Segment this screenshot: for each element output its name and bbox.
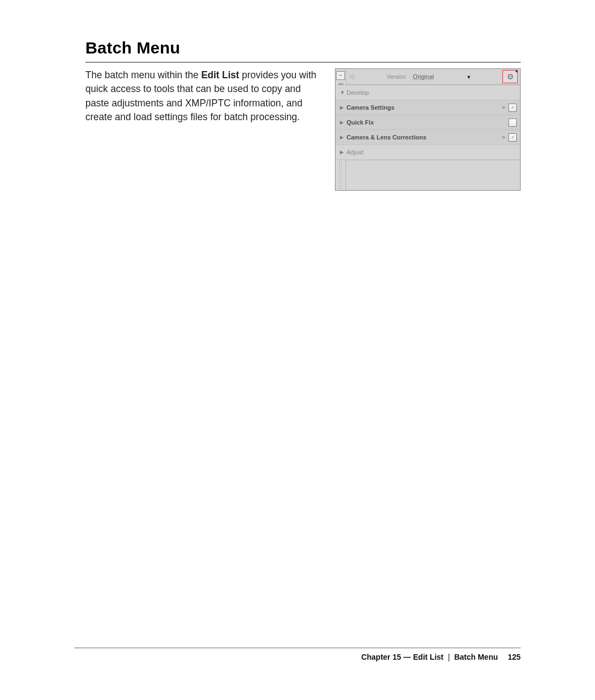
checkbox[interactable] [509,119,517,127]
row-label: Camera & Lens Corrections [347,134,426,141]
version-label: Version [387,73,406,80]
row-label: Quick Fix [347,119,374,126]
footer-separator: | [448,653,450,661]
page-number: 125 [508,653,521,661]
footer-rule [74,648,521,648]
link-icon[interactable]: ⚭ [501,133,506,141]
chevron-right-icon: ▶ [340,120,347,125]
footer-chapter: Chapter 15 — Edit List [361,653,443,661]
title-rule [85,62,521,63]
batch-menu-button[interactable]: ⚙ ▼ [502,70,518,83]
checkbox[interactable]: ✓ [509,133,517,142]
body-pre: The batch menu within the [85,69,201,80]
panel-empty-area [345,160,520,190]
collapse-icon[interactable]: – [336,71,345,80]
chevron-right-icon: ▶ [340,105,347,110]
panel-header: ✲ Version Original ▼ ⚙ ▼ [345,69,520,85]
body-paragraph: The batch menu within the Edit List prov… [85,68,318,125]
page-footer: Chapter 15 — Edit List | Batch Menu 125 [74,648,521,661]
header-icon-slot: ✲ [345,69,360,84]
body-bold: Edit List [201,69,239,80]
row-label: Camera Settings [347,104,394,111]
row-label: Develop [347,89,369,96]
menu-arrow-icon: ▼ [515,69,518,73]
chevron-right-icon: ▶ [340,134,347,140]
row-develop[interactable]: ▼ Develop [336,85,520,100]
page-title: Batch Menu [85,39,521,57]
row-quick-fix[interactable]: ▶ Quick Fix [336,115,520,130]
row-camera-lens-corrections[interactable]: ▶ Camera & Lens Corrections ⚭ ✓ [336,130,520,145]
chevron-down-icon[interactable]: ▼ [464,74,474,80]
reset-icon[interactable]: ✲ [349,72,356,81]
row-camera-settings[interactable]: ▶ Camera Settings ⚭ ✓ [336,100,520,115]
chevron-right-icon: ▶ [340,149,347,155]
chevron-down-icon: ▼ [340,90,347,95]
footer-section: Batch Menu [454,653,497,661]
checkbox[interactable]: ✓ [509,104,517,112]
version-dropdown[interactable]: Original [412,73,435,80]
link-icon[interactable]: ⚭ [501,104,506,111]
row-adjust[interactable]: ▶ Adjust [336,145,520,160]
row-label: Adjust [347,149,364,155]
gear-icon: ⚙ [507,72,514,81]
edit-list-panel: – Edit List ✲ Version Original ▼ ⚙ ▼ [335,68,521,191]
